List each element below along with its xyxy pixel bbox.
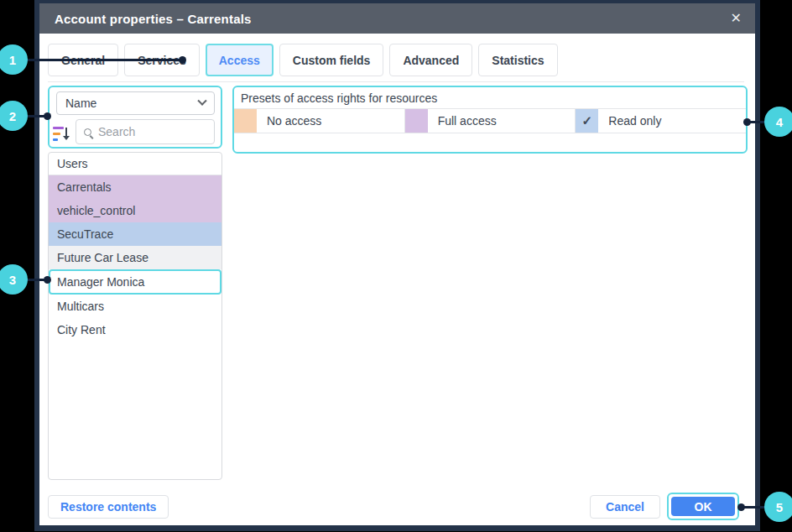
list-item-manager-monica[interactable]: Manager Monica — [49, 269, 221, 295]
callout-dot-4 — [743, 118, 751, 126]
full-access-swatch-icon — [405, 109, 428, 133]
sort-field-select[interactable]: Name — [56, 91, 215, 115]
read-only-swatch-icon: ✓ — [576, 109, 598, 133]
tab-advanced[interactable]: Advanced — [389, 44, 472, 76]
ok-button-highlight: OK — [667, 493, 739, 520]
users-list-header: Users — [49, 153, 221, 175]
presets-options-row: No access Full access ✓ Read only — [234, 109, 746, 133]
dialog-titlebar: Account properties – Carrentals ✕ — [39, 3, 755, 34]
sort-arrow-head — [63, 136, 70, 140]
tab-access[interactable]: Access — [206, 44, 274, 76]
search-input[interactable] — [98, 125, 207, 138]
list-item-secutrace[interactable]: SecuTrace — [49, 222, 221, 246]
cancel-button[interactable]: Cancel — [590, 495, 660, 519]
no-access-swatch-icon — [234, 109, 257, 133]
search-icon — [84, 128, 91, 136]
dialog-title: Account properties – Carrentals — [55, 12, 731, 26]
ok-button[interactable]: OK — [671, 497, 735, 516]
list-item-future-car-lease[interactable]: Future Car Lease — [49, 246, 221, 269]
callout-badge-1: 1 — [0, 44, 28, 75]
list-item-carrentals[interactable]: Carrentals — [49, 175, 221, 199]
callout-dot-3 — [44, 276, 51, 284]
sort-field-value: Name — [65, 96, 199, 110]
chevron-down-icon — [197, 96, 206, 106]
tabs-divider — [48, 81, 744, 82]
list-item-multicars[interactable]: Multicars — [49, 295, 221, 318]
sort-bar-blue — [53, 138, 58, 141]
callout-badge-3: 3 — [0, 264, 28, 295]
checkmark-icon: ✓ — [582, 113, 593, 128]
list-filter-box: Name — [48, 86, 222, 149]
callout-badge-2: 2 — [0, 101, 28, 131]
sort-bar-purple — [53, 127, 64, 129]
preset-label: Full access — [438, 114, 497, 128]
search-field — [76, 119, 215, 144]
tab-custom-fields[interactable]: Custom fields — [279, 44, 384, 76]
sort-bar-orange — [53, 133, 60, 135]
callout-dot-2 — [44, 112, 51, 120]
callout-line-1 — [25, 59, 183, 61]
list-item-vehicle-control[interactable]: vehicle_control — [49, 199, 221, 222]
screenshot-stage: Account properties – Carrentals ✕ Genera… — [0, 0, 792, 532]
preset-read-only[interactable]: ✓ Read only — [576, 109, 746, 133]
callout-line-5 — [742, 506, 767, 509]
callout-dot-5 — [737, 503, 745, 511]
users-list: Users Carrentals vehicle_control SecuTra… — [48, 152, 222, 480]
account-properties-dialog: Account properties – Carrentals ✕ Genera… — [39, 3, 755, 525]
preset-label: No access — [267, 114, 321, 128]
presets-title: Presets of access rights for resources — [234, 87, 746, 109]
preset-no-access[interactable]: No access — [234, 109, 405, 133]
access-presets-panel: Presets of access rights for resources N… — [232, 86, 748, 154]
restore-contents-button[interactable]: Restore contents — [48, 495, 169, 519]
preset-full-access[interactable]: Full access — [405, 109, 576, 133]
sort-order-button[interactable] — [53, 126, 72, 143]
callout-badge-4: 4 — [764, 107, 792, 137]
close-icon[interactable]: ✕ — [731, 12, 742, 25]
preset-label: Read only — [608, 114, 661, 128]
callout-badge-5: 5 — [764, 492, 792, 522]
tab-statistics[interactable]: Statistics — [478, 44, 557, 76]
list-item-city-rent[interactable]: City Rent — [49, 318, 221, 342]
callout-dot-1 — [179, 56, 186, 64]
